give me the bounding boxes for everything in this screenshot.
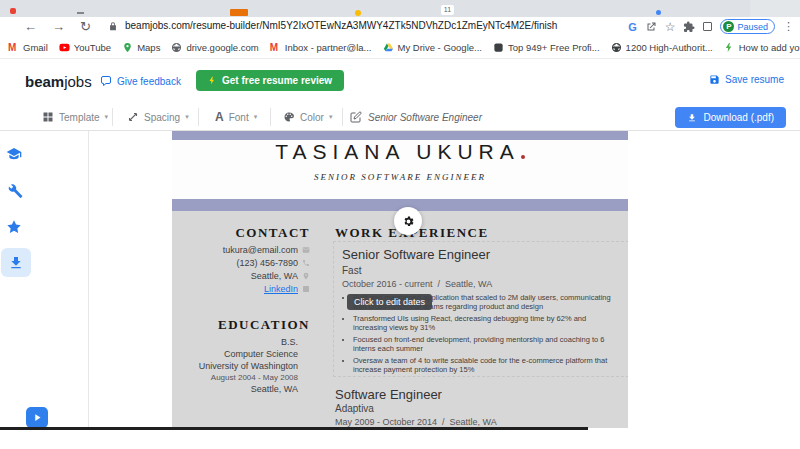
share-icon[interactable]	[645, 21, 657, 33]
education-school[interactable]: University of Washington	[190, 361, 298, 371]
bookmark-label: 1200 High-Authorit...	[626, 42, 713, 53]
job-bullet[interactable]: Oversaw a team of 4 to write scalable co…	[353, 356, 620, 374]
color-button[interactable]: Color ▾	[283, 104, 332, 130]
chevron-down-icon: ▾	[185, 113, 189, 121]
job-dates-row[interactable]: May 2009 - October 2014/Seattle, WA	[335, 417, 497, 427]
forward-icon[interactable]: →	[52, 18, 65, 35]
bookmark-drive-google[interactable]: drive.google.com	[171, 42, 258, 53]
sidebar-item-skills[interactable]	[7, 183, 23, 203]
bookmark-label: YouTube	[74, 42, 111, 53]
save-resume-button[interactable]: Save resume	[709, 74, 784, 85]
job-location[interactable]: Seattle, WA	[450, 417, 497, 427]
padlock-icon[interactable]	[108, 21, 118, 32]
bookmark-inbox-partner[interactable]: M Inbox - partner@la...	[270, 42, 372, 53]
bookmark-my-drive[interactable]: My Drive - Google...	[383, 42, 482, 53]
font-button[interactable]: A Font ▾	[215, 104, 257, 130]
job-title[interactable]: Senior Software Engineer	[342, 247, 620, 262]
profile-avatar: P	[723, 21, 734, 32]
sidebar-item-summary[interactable]	[6, 219, 22, 239]
education-degree[interactable]: B.S.	[190, 337, 298, 347]
tab-favicon-fragment	[10, 8, 16, 14]
sidebar-item-education[interactable]	[6, 146, 22, 166]
bookmark-star-icon[interactable]: ☆	[665, 21, 676, 33]
toolbar-divider	[198, 108, 199, 126]
section-settings-button[interactable]	[394, 207, 422, 235]
education-dates[interactable]: August 2004 - May 2008	[190, 373, 298, 382]
address-bar[interactable]: beamjobs.com/resume-builder/NmI5Y2IxOTEw…	[125, 20, 557, 31]
back-icon[interactable]: ←	[24, 18, 37, 35]
education-location[interactable]: Seattle, WA	[190, 384, 298, 394]
envelope-icon	[302, 246, 310, 254]
graduation-cap-icon	[6, 146, 22, 162]
job-company[interactable]: Fast	[342, 265, 620, 276]
chevron-down-icon: ▾	[105, 113, 109, 121]
spacing-button[interactable]: Spacing ▾	[127, 104, 189, 130]
job-company[interactable]: Adaptiva	[335, 403, 374, 414]
editor-toolbar: Template ▾ Spacing ▾ A Font ▾ Color ▾ Se…	[0, 104, 800, 131]
click-to-edit-dates-tooltip: Click to edit dates	[347, 294, 432, 310]
gmail-icon: M	[270, 42, 281, 53]
bookmark-youtube[interactable]: YouTube	[59, 42, 111, 53]
browser-toolbar: ← → ↻ beamjobs.com/resume-builder/NmI5Y2…	[0, 17, 800, 36]
template-button[interactable]: Template ▾	[42, 104, 108, 130]
bookmark-maps[interactable]: Maps	[122, 42, 160, 53]
google-icon[interactable]: G	[628, 21, 637, 33]
contact-location-row[interactable]: Seattle, WA	[190, 271, 310, 281]
grid-icon	[42, 111, 54, 123]
beamjobs-logo[interactable]: beamjobs	[25, 73, 92, 90]
youtube-icon	[59, 42, 70, 53]
cursor-dot	[521, 155, 525, 159]
dates-separator: /	[438, 279, 441, 289]
education-heading: EDUCATION	[190, 317, 310, 333]
lightning-icon	[724, 42, 735, 53]
globe-icon	[611, 42, 622, 53]
bookmark-1200-high[interactable]: 1200 High-Authorit...	[611, 42, 713, 53]
bookmark-how-to-add[interactable]: How to add your re...	[724, 42, 800, 53]
sync-paused-label: Paused	[737, 22, 768, 32]
bookmark-label: Gmail	[23, 42, 48, 53]
diagonal-arrows-icon	[127, 111, 139, 123]
bookmark-top-949[interactable]: Top 949+ Free Profi...	[493, 42, 600, 53]
free-resume-review-button[interactable]: Get free resume review	[196, 70, 344, 91]
give-feedback-button[interactable]: Give feedback	[100, 75, 181, 87]
extensions-puzzle-icon[interactable]	[683, 21, 695, 33]
bookmark-gmail[interactable]: M Gmail	[8, 42, 48, 53]
job-bullet[interactable]: Transformed UIs using React, decreasing …	[353, 314, 620, 332]
contact-location: Seattle, WA	[251, 271, 298, 281]
contact-linkedin-row[interactable]: LinkedIn	[190, 284, 310, 294]
resume-title-edit[interactable]: Senior Software Engineer	[350, 104, 482, 130]
font-a-icon: A	[215, 110, 224, 124]
browser-menu-icon[interactable]: ⋮	[783, 20, 794, 33]
star-icon	[6, 219, 22, 235]
font-label: Font	[229, 112, 249, 123]
chevron-down-icon: ▾	[254, 113, 258, 121]
contact-heading: CONTACT	[190, 225, 310, 241]
bookmark-label: Inbox - partner@la...	[285, 42, 372, 53]
dates-separator: /	[442, 417, 445, 427]
sidebar-expand-button[interactable]	[26, 407, 48, 428]
job-bullet[interactable]: Focused on front-end development, provid…	[353, 335, 620, 353]
resume-preview-page[interactable]: TASIANA UKURA SENIOR SOFTWARE ENGINEER C…	[172, 131, 628, 428]
tab-badge-fragment: 11	[441, 5, 454, 15]
globe-icon	[171, 42, 182, 53]
job-dates[interactable]: October 2016 - current	[342, 279, 433, 289]
job-title[interactable]: Software Engineer	[335, 387, 442, 402]
job-dates[interactable]: May 2009 - October 2014	[335, 417, 437, 427]
maps-pin-icon	[122, 42, 133, 53]
profile-paused-badge[interactable]: P Paused	[720, 19, 775, 34]
linkedin-link[interactable]: LinkedIn	[264, 284, 298, 294]
contact-email-row[interactable]: tukura@email.com	[190, 245, 310, 255]
browser-tab-strip[interactable]: 11	[0, 0, 800, 17]
refresh-icon[interactable]: ↻	[80, 18, 91, 35]
download-pdf-button[interactable]: Download (.pdf)	[675, 107, 786, 128]
contact-phone-row[interactable]: (123) 456-7890	[190, 258, 310, 268]
sidebar-item-download[interactable]	[8, 255, 24, 275]
download-icon	[687, 113, 697, 123]
wrench-icon	[7, 183, 23, 199]
tab-favicon-fragment	[230, 9, 248, 16]
side-panel-icon[interactable]	[703, 22, 712, 31]
job-dates-row[interactable]: October 2016 - current/Seattle, WA	[342, 279, 620, 289]
education-major[interactable]: Computer Science	[190, 349, 298, 359]
template-label: Template	[59, 112, 100, 123]
job-location[interactable]: Seattle, WA	[445, 279, 492, 289]
